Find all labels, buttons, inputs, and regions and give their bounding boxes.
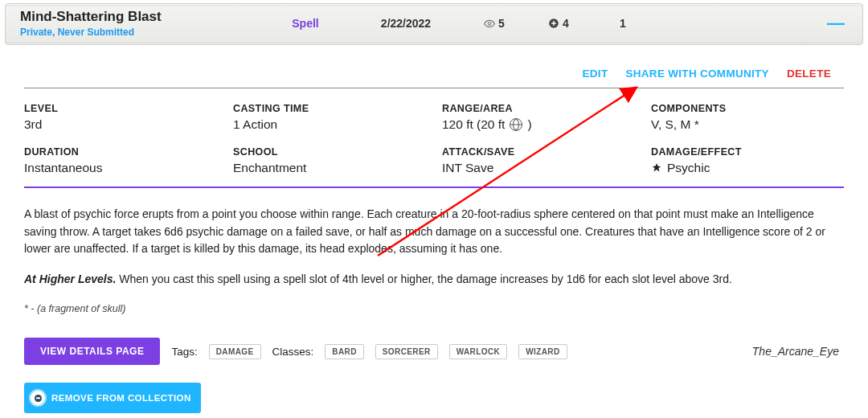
status-subtitle: Private, Never Submitted xyxy=(20,27,261,38)
stat-range: RANGE/AREA 120 ft (20 ft ) xyxy=(442,103,651,132)
author-name[interactable]: The_Arcane_Eye xyxy=(752,345,844,358)
divider-top xyxy=(24,88,844,88)
remove-label: REMOVE FROM COLLECTION xyxy=(51,393,191,403)
material-footnote: * - (a fragment of skull) xyxy=(24,301,844,317)
higher-levels-text: When you cast this spell using a spell s… xyxy=(116,273,732,285)
range-text: 120 ft (20 ft xyxy=(442,117,505,132)
range-suffix: ) xyxy=(527,117,531,132)
date-label: 2/22/2022 xyxy=(350,17,462,30)
description-main: A blast of psychic force erupts from a p… xyxy=(24,206,844,258)
comments-stat: 1 xyxy=(591,17,655,30)
description: A blast of psychic force erupts from a p… xyxy=(24,206,844,317)
title-block: Mind-Shattering Blast Private, Never Sub… xyxy=(20,9,261,38)
adds-count: 4 xyxy=(563,17,569,30)
tag-chip[interactable]: DAMAGE xyxy=(209,344,261,359)
stat-value: 1 Action xyxy=(233,117,442,132)
classes-label: Classes: xyxy=(272,346,314,358)
item-header-bar[interactable]: Mind-Shattering Blast Private, Never Sub… xyxy=(5,3,863,45)
divider-purple xyxy=(24,186,844,188)
higher-levels-label: At Higher Levels. xyxy=(24,273,116,285)
stat-value: INT Save xyxy=(442,161,651,175)
tags-label: Tags: xyxy=(171,346,197,358)
class-chip[interactable]: WARLOCK xyxy=(449,344,507,359)
spell-title: Mind-Shattering Blast xyxy=(20,9,261,25)
stat-label: COMPONENTS xyxy=(651,103,844,114)
sphere-icon xyxy=(510,118,522,131)
remove-from-collection-button[interactable]: REMOVE FROM COLLECTION xyxy=(24,383,201,413)
stat-value: 3rd xyxy=(24,117,233,132)
edit-link[interactable]: EDIT xyxy=(582,68,608,80)
stat-label: DAMAGE/EFFECT xyxy=(651,146,844,158)
stat-label: CASTING TIME xyxy=(233,103,442,114)
stat-damage-effect: DAMAGE/EFFECT Psychic xyxy=(651,146,844,175)
class-chip[interactable]: SORCERER xyxy=(375,344,438,359)
collapse-toggle[interactable]: — xyxy=(827,20,848,27)
stat-label: ATTACK/SAVE xyxy=(442,146,651,158)
stat-label: SCHOOL xyxy=(233,146,442,158)
views-count: 5 xyxy=(498,17,505,30)
content-type-label: Spell xyxy=(261,17,350,30)
stat-duration: DURATION Instantaneous xyxy=(24,146,233,175)
class-chip[interactable]: BARD xyxy=(325,344,364,359)
stat-value: Instantaneous xyxy=(24,161,233,175)
minus-circle-icon xyxy=(29,389,47,407)
stat-value: Psychic xyxy=(651,161,844,175)
eye-icon xyxy=(484,18,495,29)
damage-text: Psychic xyxy=(667,161,710,175)
adds-stat: 4 xyxy=(526,17,591,30)
stat-label: LEVEL xyxy=(24,103,233,114)
views-stat: 5 xyxy=(462,17,526,30)
stat-components: COMPONENTS V, S, M * xyxy=(651,103,844,132)
view-details-button[interactable]: VIEW DETAILS PAGE xyxy=(24,338,160,365)
bottom-row: VIEW DETAILS PAGE Tags: DAMAGE Classes: … xyxy=(24,338,844,365)
stat-value: 120 ft (20 ft ) xyxy=(442,117,651,132)
psychic-icon xyxy=(651,162,662,174)
plus-circle-icon xyxy=(548,18,559,29)
stat-grid: LEVEL 3rd CASTING TIME 1 Action RANGE/AR… xyxy=(24,103,844,175)
stat-label: RANGE/AREA xyxy=(442,103,651,114)
delete-link[interactable]: DELETE xyxy=(787,68,831,80)
stat-casting-time: CASTING TIME 1 Action xyxy=(233,103,442,132)
stat-value: Enchantment xyxy=(233,161,442,175)
content-panel: EDIT SHARE WITH COMMUNITY DELETE LEVEL 3… xyxy=(0,45,868,418)
class-chip[interactable]: WIZARD xyxy=(518,344,567,359)
stat-value: V, S, M * xyxy=(651,117,844,132)
stat-label: DURATION xyxy=(24,146,233,158)
stat-school: SCHOOL Enchantment xyxy=(233,146,442,175)
comments-count: 1 xyxy=(620,17,626,30)
svg-point-0 xyxy=(488,22,491,25)
share-link[interactable]: SHARE WITH COMMUNITY xyxy=(625,68,769,80)
actions-row: EDIT SHARE WITH COMMUNITY DELETE xyxy=(24,45,844,88)
stat-attack-save: ATTACK/SAVE INT Save xyxy=(442,146,651,175)
stat-level: LEVEL 3rd xyxy=(24,103,233,132)
description-higher-levels: At Higher Levels. When you cast this spe… xyxy=(24,271,844,289)
